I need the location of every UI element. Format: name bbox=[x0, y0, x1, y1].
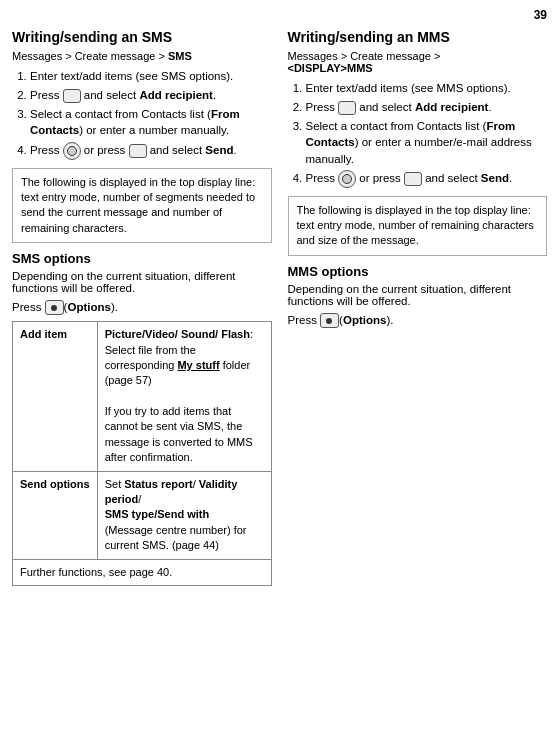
sms-title: Writing/sending an SMS bbox=[12, 28, 272, 46]
sms-options-table: Add item Picture/Video/ Sound/ Flash: Se… bbox=[12, 321, 272, 586]
table-row-footer: Further functions, see page 40. bbox=[13, 559, 272, 585]
table-cell-send-options-label: Send options bbox=[13, 471, 98, 559]
sms-step-3: Select a contact from Contacts list (Fro… bbox=[30, 106, 272, 138]
options-button-icon bbox=[45, 300, 64, 315]
table-cell-add-item-label: Add item bbox=[13, 322, 98, 472]
mms-steps: Enter text/add items (see MMS options). … bbox=[288, 80, 548, 187]
sms-step-2: Press and select Add recipient. bbox=[30, 87, 272, 103]
mms-step-1: Enter text/add items (see MMS options). bbox=[306, 80, 548, 96]
mms-step-3: Select a contact from Contacts list (Fro… bbox=[306, 118, 548, 166]
mms-options-title: MMS options bbox=[288, 264, 548, 279]
sms-press-options: Press (Options). bbox=[12, 300, 272, 315]
menu-button-mms-icon-2 bbox=[404, 172, 422, 186]
mms-press-options: Press (Options). bbox=[288, 313, 548, 328]
table-cell-send-options-content: Set Status report/ Validity period/SMS t… bbox=[97, 471, 271, 559]
sms-note-text: The following is displayed in the top di… bbox=[21, 176, 255, 234]
mms-breadcrumb: Messages > Create message ><DISPLAY>MMS bbox=[288, 50, 548, 74]
main-content: Writing/sending an SMS Messages > Create… bbox=[12, 28, 547, 586]
sms-step-1: Enter text/add items (see SMS options). bbox=[30, 68, 272, 84]
mms-title: Writing/sending an MMS bbox=[288, 28, 548, 46]
mms-note-text: The following is displayed in the top di… bbox=[297, 204, 534, 247]
sms-step-4: Press or press and select Send. bbox=[30, 142, 272, 160]
mms-step-4: Press or press and select Send. bbox=[306, 170, 548, 188]
nav-button-icon-left bbox=[63, 142, 81, 160]
mms-step-2: Press and select Add recipient. bbox=[306, 99, 548, 115]
sms-column: Writing/sending an SMS Messages > Create… bbox=[12, 28, 272, 586]
sms-note-box: The following is displayed in the top di… bbox=[12, 168, 272, 244]
menu-button-icon-2 bbox=[129, 144, 147, 158]
table-row-add-item: Add item Picture/Video/ Sound/ Flash: Se… bbox=[13, 322, 272, 472]
nav-button-mms-icon bbox=[338, 170, 356, 188]
sms-options-title: SMS options bbox=[12, 251, 272, 266]
mms-note-box: The following is displayed in the top di… bbox=[288, 196, 548, 256]
mms-options-button-icon bbox=[320, 313, 339, 328]
sms-options-desc: Depending on the current situation, diff… bbox=[12, 270, 272, 294]
mms-options-desc: Depending on the current situation, diff… bbox=[288, 283, 548, 307]
menu-button-mms-icon bbox=[338, 101, 356, 115]
page-number: 39 bbox=[534, 8, 547, 22]
menu-button-icon bbox=[63, 89, 81, 103]
sms-breadcrumb: Messages > Create message > SMS bbox=[12, 50, 272, 62]
table-cell-footer: Further functions, see page 40. bbox=[13, 559, 272, 585]
table-row-send-options: Send options Set Status report/ Validity… bbox=[13, 471, 272, 559]
mms-column: Writing/sending an MMS Messages > Create… bbox=[288, 28, 548, 586]
sms-steps: Enter text/add items (see SMS options). … bbox=[12, 68, 272, 159]
table-cell-add-item-content: Picture/Video/ Sound/ Flash: Select file… bbox=[97, 322, 271, 472]
